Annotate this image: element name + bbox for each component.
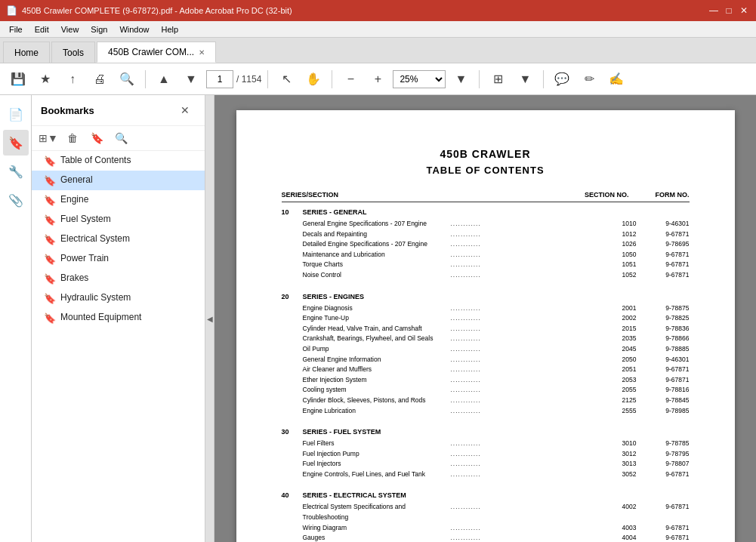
entry-form: 9-78795: [637, 449, 690, 460]
tools-panel-button[interactable]: 🔧: [3, 159, 29, 184]
bookmark-general[interactable]: 🔖 General: [32, 171, 205, 190]
entry-form: 9-46301: [637, 355, 690, 365]
tab-document[interactable]: 450B Crawler COM... ✕: [97, 42, 216, 63]
delete-bookmark-button[interactable]: 🗑: [62, 129, 83, 147]
menu-sign[interactable]: Sign: [85, 23, 113, 35]
bookmark-label: Mounted Equipment: [60, 312, 197, 322]
entry-form: 9-67871: [637, 502, 690, 522]
entry-label: Engine Controls, Fuel Lines, and Fuel Ta…: [303, 470, 451, 480]
bookmark-icon: 🔖: [44, 293, 56, 304]
bookmark-button[interactable]: ★: [33, 67, 57, 91]
toc-row: Fuel Filters ............30109-78785: [282, 439, 690, 449]
toc-row: Oil Pump ............20459-78885: [282, 344, 690, 355]
comment-button[interactable]: 💬: [550, 67, 574, 91]
entry-form: 9-46301: [637, 219, 690, 229]
sidebar-collapse-handle[interactable]: ◀: [205, 95, 214, 542]
zoom-select[interactable]: 25%33%49%50% 66%75%100%: [393, 70, 446, 88]
toc-row: Decals and Repainting ............10129-…: [282, 229, 690, 240]
bookmark-label: Fuel System: [60, 214, 197, 224]
bookmarks-panel-button[interactable]: 🔖: [3, 130, 29, 156]
bookmark-electrical-system[interactable]: 🔖 Electrical System: [32, 229, 205, 249]
hand-tool-button[interactable]: ✋: [301, 67, 326, 91]
menu-help[interactable]: Help: [156, 23, 185, 35]
entry-num: 1052: [599, 270, 637, 281]
zoom-in-button[interactable]: +: [366, 67, 390, 91]
series-30-num: 30: [282, 428, 297, 436]
close-sidebar-button[interactable]: ✕: [174, 101, 196, 119]
entry-num: 2053: [599, 375, 637, 386]
next-page-button[interactable]: ▼: [179, 67, 203, 91]
series-10-num: 10: [282, 208, 297, 216]
pages-panel-button[interactable]: 📄: [3, 101, 29, 127]
pdf-subtitle: TABLE OF CONTENTS: [282, 165, 690, 176]
cursor-tool-button[interactable]: ↖: [274, 67, 298, 91]
menu-bar: File Edit View Sign Window Help: [0, 21, 756, 38]
minimize-button[interactable]: —: [708, 5, 720, 17]
view-mode-button[interactable]: ⊞: [486, 67, 510, 91]
bookmark-hydraulic-system[interactable]: 🔖 Hydraulic System: [32, 288, 205, 308]
attachments-panel-button[interactable]: 📎: [3, 187, 29, 213]
print-button[interactable]: 🖨: [88, 67, 112, 91]
page-number-input[interactable]: [206, 70, 233, 88]
entry-form: 9-67871: [637, 523, 690, 534]
zoom-out-button[interactable]: −: [338, 67, 363, 91]
add-bookmark-button[interactable]: 🔖: [86, 129, 107, 147]
toc-row: General Engine Information ............2…: [282, 355, 690, 365]
tab-close-button[interactable]: ✕: [199, 48, 205, 57]
search-button[interactable]: 🔍: [115, 67, 139, 91]
entry-form: 9-67871: [637, 250, 690, 260]
entry-num: 2035: [599, 334, 637, 344]
menu-file[interactable]: File: [3, 23, 29, 35]
expand-button[interactable]: ▼: [513, 67, 537, 91]
entry-form: 9-78985: [637, 406, 690, 417]
pen-button[interactable]: ✏: [577, 67, 601, 91]
pdf-viewer[interactable]: 450B CRAWLER TABLE OF CONTENTS SERIES/SE…: [214, 95, 756, 542]
series-40-title: SERIES - ELECTRICAL SYSTEM: [303, 491, 406, 499]
bookmark-brakes[interactable]: 🔖 Brakes: [32, 269, 205, 288]
pdf-title: 450B CRAWLER: [282, 148, 690, 160]
entry-num: 4004: [599, 533, 637, 542]
tab-home[interactable]: Home: [3, 42, 50, 63]
sign-button[interactable]: ✍: [604, 67, 628, 91]
bookmark-label: Electrical System: [60, 233, 197, 244]
toc-row: Detailed Engine Specifications - 207 Eng…: [282, 239, 690, 250]
save-button[interactable]: 💾: [6, 67, 30, 91]
entry-num: 2015: [599, 324, 637, 334]
toc-row: Cooling system ............20559-78816: [282, 385, 690, 396]
toc-series-10: 10 SERIES - GENERAL General Engine Speci…: [282, 208, 690, 281]
menu-edit[interactable]: Edit: [29, 23, 55, 35]
bookmark-fuel-system[interactable]: 🔖 Fuel System: [32, 210, 205, 229]
share-button[interactable]: ↑: [60, 67, 85, 91]
zoom-dropdown-button[interactable]: ▼: [449, 67, 473, 91]
entry-num: 2001: [599, 303, 637, 314]
expand-all-button[interactable]: ⊞▼: [38, 129, 59, 147]
toc-row: Noise Control ............10529-67871: [282, 270, 690, 281]
tab-bar: Home Tools 450B Crawler COM... ✕: [0, 38, 756, 63]
tab-tools[interactable]: Tools: [51, 42, 95, 63]
toolbar-separator-5: [543, 70, 544, 88]
maximize-button[interactable]: □: [723, 5, 735, 17]
bookmark-mounted-equipment[interactable]: 🔖 Mounted Equipment: [32, 308, 205, 328]
bookmark-label: General: [60, 174, 197, 185]
close-window-button[interactable]: ✕: [738, 5, 750, 17]
bookmark-engine[interactable]: 🔖 Engine: [32, 190, 205, 210]
bookmark-power-train[interactable]: 🔖 Power Train: [32, 249, 205, 269]
entry-label: Engine Diagnosis: [303, 303, 451, 314]
entry-form: 9-67871: [637, 533, 690, 542]
tab-home-label: Home: [14, 48, 39, 58]
toolbar-separator-2: [267, 70, 268, 88]
menu-window[interactable]: Window: [113, 23, 155, 35]
menu-view[interactable]: View: [55, 23, 85, 35]
entry-num: 1012: [599, 229, 637, 240]
series-10-title: SERIES - GENERAL: [303, 208, 367, 216]
prev-page-button[interactable]: ▲: [152, 67, 176, 91]
bookmark-table-of-contents[interactable]: 🔖 Table of Contents: [32, 151, 205, 171]
find-bookmark-button[interactable]: 🔍: [110, 129, 131, 147]
page-total: / 1154: [236, 74, 261, 85]
entry-label: Air Cleaner and Mufflers: [303, 365, 451, 375]
entry-label: Gauges: [303, 533, 451, 542]
bookmark-icon: 🔖: [44, 195, 56, 206]
entry-label: Crankshaft, Bearings, Flywheel, and Oil …: [303, 334, 451, 344]
bookmarks-list: 🔖 Table of Contents 🔖 General 🔖 Engine 🔖…: [32, 151, 205, 542]
entry-num: 2055: [599, 385, 637, 396]
